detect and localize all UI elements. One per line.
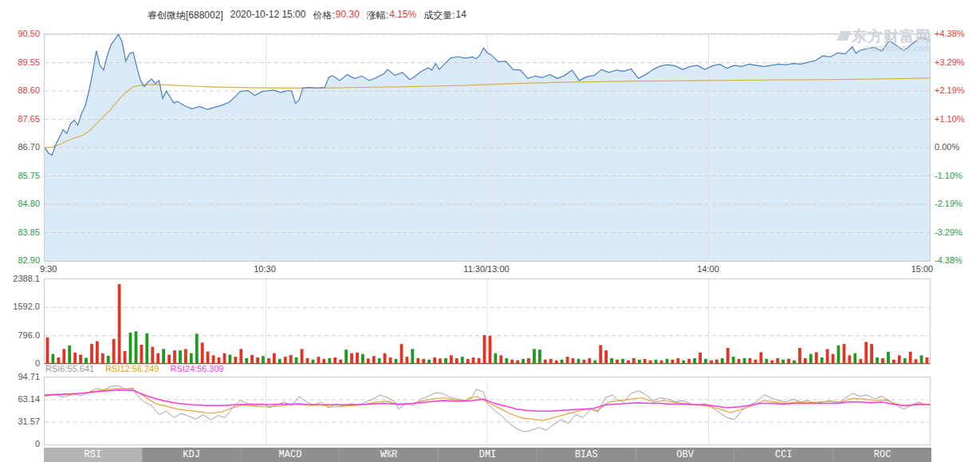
rsi6-readout: RSI6:55.641 bbox=[45, 364, 94, 373]
axis-label: +3.29% bbox=[935, 57, 965, 68]
stock-title: 睿创微纳[688002] bbox=[148, 9, 223, 22]
axis-label: 89.55 bbox=[0, 57, 40, 68]
axis-label: 0 bbox=[0, 438, 40, 449]
axis-label: 82.90 bbox=[0, 255, 40, 266]
change-group: 涨幅:4.15% bbox=[367, 9, 416, 22]
tab-dmi[interactable]: DMI bbox=[439, 448, 537, 462]
time-tick: 15:00 bbox=[911, 264, 934, 274]
axis-label: 94.71 bbox=[0, 371, 40, 382]
axis-label: +2.19% bbox=[935, 85, 965, 96]
indicator-tab-bar: RSI KDJ MACD W%R DMI BIAS OBV CCI ROC bbox=[44, 448, 931, 462]
price-pane[interactable] bbox=[44, 34, 931, 262]
volume-value: 14 bbox=[456, 9, 466, 22]
axis-label: 83.85 bbox=[0, 227, 40, 238]
axis-label: 796.0 bbox=[0, 330, 40, 341]
axis-label: 85.75 bbox=[0, 170, 40, 181]
axis-label: 87.65 bbox=[0, 113, 40, 124]
price-label: 价格: bbox=[313, 9, 334, 22]
volume-group: 成交量:14 bbox=[423, 9, 466, 22]
chart-header: 睿创微纳[688002] 2020-10-12 15:00 价格:90.30 涨… bbox=[148, 9, 466, 22]
tab-wr[interactable]: W%R bbox=[340, 448, 439, 462]
axis-label: 0.00% bbox=[935, 141, 959, 152]
volume-chart-canvas[interactable] bbox=[45, 279, 930, 364]
axis-label: 84.80 bbox=[0, 198, 40, 209]
rsi-readouts: RSI6:55.641 RSI12:56.249 RSI24:56.309 bbox=[45, 364, 224, 373]
axis-label: -2.19% bbox=[935, 198, 962, 209]
axis-label: -3.29% bbox=[935, 227, 962, 238]
rsi-chart-canvas[interactable] bbox=[45, 377, 930, 444]
rsi24-readout: RSI24:56.309 bbox=[170, 364, 223, 373]
axis-label: 31.57 bbox=[0, 416, 40, 427]
tab-macd[interactable]: MACD bbox=[242, 448, 340, 462]
time-tick: 14:00 bbox=[697, 264, 719, 274]
tab-obv[interactable]: OBV bbox=[636, 448, 735, 462]
datetime: 2020-10-12 15:00 bbox=[230, 9, 306, 22]
tab-cci[interactable]: CCI bbox=[734, 448, 833, 462]
time-tick: 10:30 bbox=[254, 264, 276, 274]
axis-label: -1.10% bbox=[935, 170, 962, 181]
rsi-pane[interactable] bbox=[44, 377, 931, 445]
tab-roc[interactable]: ROC bbox=[833, 448, 931, 462]
price-chart-canvas[interactable] bbox=[45, 34, 930, 261]
axis-label: 0 bbox=[0, 357, 40, 369]
axis-label: +4.38% bbox=[935, 28, 965, 39]
volume-pane[interactable] bbox=[44, 278, 931, 365]
stock-intraday-chart-app: 睿创微纳[688002] 2020-10-12 15:00 价格:90.30 涨… bbox=[0, 0, 980, 462]
tab-kdj[interactable]: KDJ bbox=[143, 448, 242, 462]
axis-label: 1592.0 bbox=[0, 301, 40, 312]
change-value: 4.15% bbox=[389, 9, 416, 22]
axis-label: 63.14 bbox=[0, 393, 40, 405]
axis-label: 86.70 bbox=[0, 141, 40, 152]
axis-label: +1.10% bbox=[935, 113, 965, 124]
price-value: 90.30 bbox=[336, 9, 360, 22]
time-tick: 11:30/13:00 bbox=[463, 264, 509, 274]
time-tick: 9:30 bbox=[40, 264, 57, 274]
volume-label: 成交量: bbox=[423, 9, 455, 22]
axis-label: 88.60 bbox=[0, 85, 40, 96]
axis-label: 90.50 bbox=[0, 28, 40, 39]
tab-bias[interactable]: BIAS bbox=[537, 448, 636, 462]
rsi12-readout: RSI12:56.249 bbox=[105, 364, 159, 373]
axis-label: 2388.1 bbox=[0, 273, 40, 284]
tab-rsi[interactable]: RSI bbox=[44, 448, 143, 462]
axis-label: -4.38% bbox=[935, 255, 962, 266]
change-label: 涨幅: bbox=[367, 9, 388, 22]
price-group: 价格:90.30 bbox=[313, 9, 359, 22]
